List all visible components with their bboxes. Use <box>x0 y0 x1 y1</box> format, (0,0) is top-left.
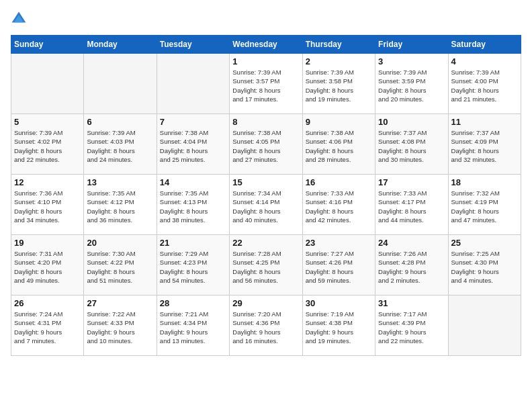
day-number: 6 <box>87 117 153 127</box>
day-number: 8 <box>232 117 299 127</box>
day-number: 15 <box>232 177 299 187</box>
day-info: Sunrise: 7:25 AM Sunset: 4:30 PM Dayligh… <box>451 249 518 285</box>
day-number: 18 <box>451 177 518 187</box>
day-number: 12 <box>14 177 81 187</box>
day-cell-28: 28Sunrise: 7:21 AM Sunset: 4:34 PM Dayli… <box>157 295 229 356</box>
weekday-header-friday: Friday <box>375 36 448 54</box>
day-cell-6: 6Sunrise: 7:39 AM Sunset: 4:03 PM Daylig… <box>84 114 157 175</box>
logo-icon <box>11 11 27 27</box>
empty-cell <box>11 54 84 114</box>
day-cell-1: 1Sunrise: 7:39 AM Sunset: 3:57 PM Daylig… <box>230 54 302 114</box>
day-info: Sunrise: 7:24 AM Sunset: 4:31 PM Dayligh… <box>14 310 81 345</box>
day-info: Sunrise: 7:31 AM Sunset: 4:20 PM Dayligh… <box>14 249 81 285</box>
weekday-header-wednesday: Wednesday <box>230 36 302 54</box>
week-row-3: 12Sunrise: 7:36 AM Sunset: 4:10 PM Dayli… <box>11 175 521 235</box>
day-info: Sunrise: 7:37 AM Sunset: 4:08 PM Dayligh… <box>378 128 445 164</box>
day-cell-8: 8Sunrise: 7:38 AM Sunset: 4:05 PM Daylig… <box>230 114 302 175</box>
day-cell-9: 9Sunrise: 7:38 AM Sunset: 4:06 PM Daylig… <box>302 114 375 175</box>
day-cell-15: 15Sunrise: 7:34 AM Sunset: 4:14 PM Dayli… <box>230 175 302 235</box>
weekday-header-sunday: Sunday <box>11 36 84 54</box>
day-number: 23 <box>306 238 372 248</box>
day-info: Sunrise: 7:22 AM Sunset: 4:33 PM Dayligh… <box>87 310 153 345</box>
empty-cell <box>448 295 521 356</box>
day-number: 3 <box>378 56 445 66</box>
day-cell-31: 31Sunrise: 7:17 AM Sunset: 4:39 PM Dayli… <box>375 295 448 356</box>
day-info: Sunrise: 7:39 AM Sunset: 3:58 PM Dayligh… <box>306 68 372 103</box>
day-info: Sunrise: 7:29 AM Sunset: 4:23 PM Dayligh… <box>160 249 226 285</box>
day-number: 19 <box>14 238 81 248</box>
page-header <box>11 11 521 27</box>
weekday-header-tuesday: Tuesday <box>157 36 229 54</box>
day-info: Sunrise: 7:39 AM Sunset: 3:57 PM Dayligh… <box>232 68 299 103</box>
day-number: 11 <box>451 117 518 127</box>
calendar-table: SundayMondayTuesdayWednesdayThursdayFrid… <box>11 35 521 356</box>
day-info: Sunrise: 7:33 AM Sunset: 4:16 PM Dayligh… <box>306 189 372 224</box>
day-cell-3: 3Sunrise: 7:39 AM Sunset: 3:59 PM Daylig… <box>375 54 448 114</box>
day-info: Sunrise: 7:19 AM Sunset: 4:38 PM Dayligh… <box>306 310 372 345</box>
day-cell-21: 21Sunrise: 7:29 AM Sunset: 4:23 PM Dayli… <box>157 235 229 295</box>
day-info: Sunrise: 7:26 AM Sunset: 4:28 PM Dayligh… <box>378 249 445 285</box>
day-cell-24: 24Sunrise: 7:26 AM Sunset: 4:28 PM Dayli… <box>375 235 448 295</box>
day-number: 29 <box>232 298 299 308</box>
day-number: 21 <box>160 238 226 248</box>
day-info: Sunrise: 7:38 AM Sunset: 4:06 PM Dayligh… <box>306 128 372 164</box>
day-number: 13 <box>87 177 153 187</box>
day-info: Sunrise: 7:36 AM Sunset: 4:10 PM Dayligh… <box>14 189 81 224</box>
day-number: 14 <box>160 177 226 187</box>
day-info: Sunrise: 7:37 AM Sunset: 4:09 PM Dayligh… <box>451 128 518 164</box>
day-number: 22 <box>232 238 299 248</box>
day-info: Sunrise: 7:33 AM Sunset: 4:17 PM Dayligh… <box>378 189 445 224</box>
day-info: Sunrise: 7:32 AM Sunset: 4:19 PM Dayligh… <box>451 189 518 224</box>
day-info: Sunrise: 7:39 AM Sunset: 4:00 PM Dayligh… <box>451 68 518 103</box>
weekday-header-monday: Monday <box>84 36 157 54</box>
weekday-header-row: SundayMondayTuesdayWednesdayThursdayFrid… <box>11 36 521 54</box>
day-info: Sunrise: 7:20 AM Sunset: 4:36 PM Dayligh… <box>232 310 299 345</box>
weekday-header-thursday: Thursday <box>302 36 375 54</box>
day-info: Sunrise: 7:21 AM Sunset: 4:34 PM Dayligh… <box>160 310 226 345</box>
day-cell-29: 29Sunrise: 7:20 AM Sunset: 4:36 PM Dayli… <box>230 295 302 356</box>
week-row-4: 19Sunrise: 7:31 AM Sunset: 4:20 PM Dayli… <box>11 235 521 295</box>
day-cell-19: 19Sunrise: 7:31 AM Sunset: 4:20 PM Dayli… <box>11 235 84 295</box>
day-cell-25: 25Sunrise: 7:25 AM Sunset: 4:30 PM Dayli… <box>448 235 521 295</box>
day-number: 9 <box>306 117 372 127</box>
day-number: 27 <box>87 298 153 308</box>
day-cell-10: 10Sunrise: 7:37 AM Sunset: 4:08 PM Dayli… <box>375 114 448 175</box>
day-cell-11: 11Sunrise: 7:37 AM Sunset: 4:09 PM Dayli… <box>448 114 521 175</box>
day-number: 31 <box>378 298 445 308</box>
day-info: Sunrise: 7:30 AM Sunset: 4:22 PM Dayligh… <box>87 249 153 285</box>
day-info: Sunrise: 7:39 AM Sunset: 3:59 PM Dayligh… <box>378 68 445 103</box>
day-info: Sunrise: 7:35 AM Sunset: 4:12 PM Dayligh… <box>87 189 153 224</box>
day-info: Sunrise: 7:35 AM Sunset: 4:13 PM Dayligh… <box>160 189 226 224</box>
empty-cell <box>84 54 157 114</box>
week-row-5: 26Sunrise: 7:24 AM Sunset: 4:31 PM Dayli… <box>11 295 521 356</box>
day-cell-30: 30Sunrise: 7:19 AM Sunset: 4:38 PM Dayli… <box>302 295 375 356</box>
day-number: 10 <box>378 117 445 127</box>
day-info: Sunrise: 7:34 AM Sunset: 4:14 PM Dayligh… <box>232 189 299 224</box>
day-number: 2 <box>306 56 372 66</box>
day-info: Sunrise: 7:39 AM Sunset: 4:03 PM Dayligh… <box>87 128 153 164</box>
day-number: 26 <box>14 298 81 308</box>
day-number: 16 <box>306 177 372 187</box>
week-row-2: 5Sunrise: 7:39 AM Sunset: 4:02 PM Daylig… <box>11 114 521 175</box>
day-cell-13: 13Sunrise: 7:35 AM Sunset: 4:12 PM Dayli… <box>84 175 157 235</box>
day-info: Sunrise: 7:17 AM Sunset: 4:39 PM Dayligh… <box>378 310 445 345</box>
day-number: 4 <box>451 56 518 66</box>
day-cell-23: 23Sunrise: 7:27 AM Sunset: 4:26 PM Dayli… <box>302 235 375 295</box>
day-cell-4: 4Sunrise: 7:39 AM Sunset: 4:00 PM Daylig… <box>448 54 521 114</box>
day-number: 24 <box>378 238 445 248</box>
day-cell-18: 18Sunrise: 7:32 AM Sunset: 4:19 PM Dayli… <box>448 175 521 235</box>
day-number: 30 <box>306 298 372 308</box>
week-row-1: 1Sunrise: 7:39 AM Sunset: 3:57 PM Daylig… <box>11 54 521 114</box>
day-number: 17 <box>378 177 445 187</box>
day-info: Sunrise: 7:28 AM Sunset: 4:25 PM Dayligh… <box>232 249 299 285</box>
day-cell-2: 2Sunrise: 7:39 AM Sunset: 3:58 PM Daylig… <box>302 54 375 114</box>
day-number: 28 <box>160 298 226 308</box>
day-info: Sunrise: 7:38 AM Sunset: 4:04 PM Dayligh… <box>160 128 226 164</box>
empty-cell <box>157 54 229 114</box>
day-number: 7 <box>160 117 226 127</box>
day-number: 25 <box>451 238 518 248</box>
day-number: 1 <box>232 56 299 66</box>
day-info: Sunrise: 7:38 AM Sunset: 4:05 PM Dayligh… <box>232 128 299 164</box>
day-number: 20 <box>87 238 153 248</box>
day-cell-12: 12Sunrise: 7:36 AM Sunset: 4:10 PM Dayli… <box>11 175 84 235</box>
